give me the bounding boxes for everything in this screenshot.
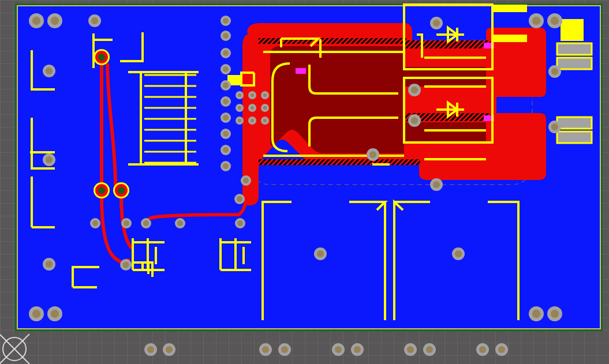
drill-hole [166,346,173,353]
drill-hole [177,220,183,226]
drill-hole [46,156,53,163]
drill-hole [223,99,229,104]
drill-hole [46,261,53,268]
via-hole [98,54,105,61]
drill-hole [223,163,229,169]
via-hole [98,187,105,194]
edge-connector-pad [557,43,592,55]
paste-mark [296,68,306,74]
drill-hole [223,33,229,39]
drill-hole [455,250,462,257]
via-hole [238,119,241,122]
drill-hole [143,220,149,226]
drill-hole [335,346,342,353]
drill-hole [479,346,486,353]
drill-hole [433,20,440,27]
drill-hole [223,147,229,153]
via-hole [251,106,254,110]
drill-hole [243,178,249,183]
drill-hole [551,310,559,318]
drill-hole [262,346,269,353]
via-hole [118,187,125,194]
edge-connector-pad [557,117,592,129]
drill-hole [237,220,243,226]
drill-hole [317,250,324,257]
clearance-hatch [259,159,420,165]
drill-hole [551,123,558,130]
drill-hole [411,117,418,124]
drill-hole [223,82,229,88]
silkscreen-box [561,19,584,41]
drill-hole [532,17,540,25]
silkscreen-box [492,5,527,12]
drill-hole [223,66,229,72]
drill-hole [498,346,505,353]
drill-hole [124,220,129,226]
edge-connector-pad [557,58,592,69]
drill-hole [147,346,154,353]
drill-hole [32,310,40,318]
drill-hole [551,68,558,75]
drill-hole [369,151,376,158]
drill-hole [223,131,229,137]
via-hole [238,106,241,110]
via-hole [251,93,254,97]
pcb-canvas[interactable] [0,0,609,364]
drill-hole [411,87,418,93]
drill-hole [32,17,40,25]
drill-hole [92,220,98,226]
drill-hole [51,310,59,318]
via-hole [251,119,254,122]
drill-hole [46,67,53,74]
drill-hole [551,17,559,25]
drill-hole [51,17,59,25]
silkscreen-box [492,35,527,42]
drill-hole [223,50,229,56]
drill-hole [91,17,98,24]
via-hole [238,93,241,97]
drill-hole [281,346,288,353]
via-hole [263,106,267,110]
drill-hole [433,181,440,188]
drill-hole [223,115,229,121]
drill-hole [223,18,229,24]
drill-hole [407,346,414,353]
drill-hole [237,196,242,202]
drill-hole [426,346,433,353]
edge-connector-pad [557,132,592,143]
via-hole [263,93,267,97]
drill-hole [123,262,129,268]
via-hole [263,119,267,122]
drill-hole [532,310,540,318]
drill-hole [354,346,361,353]
board[interactable] [16,5,601,356]
